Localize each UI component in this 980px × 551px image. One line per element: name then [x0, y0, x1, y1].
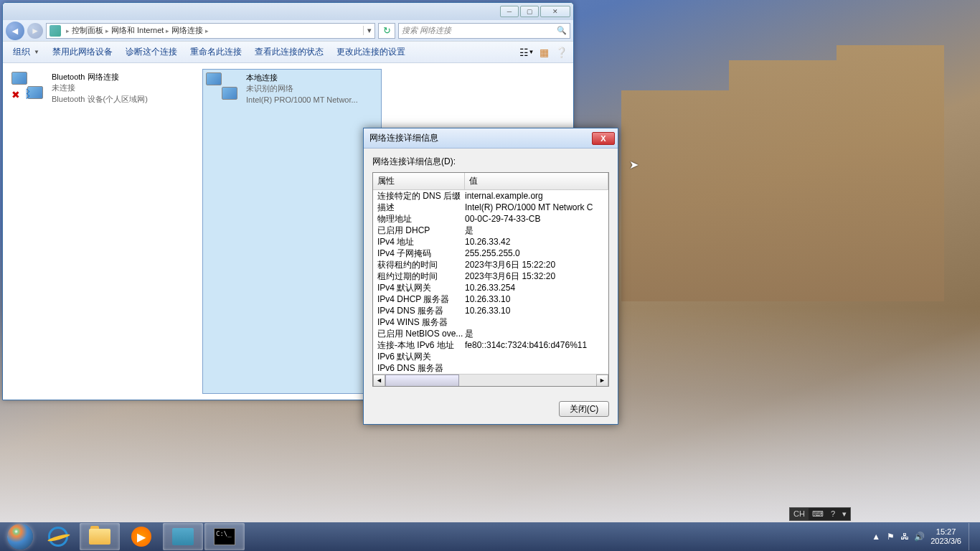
disabled-overlay-icon: ✖: [11, 89, 20, 100]
forward-button[interactable]: ►: [27, 23, 43, 39]
tray-expand-icon[interactable]: ▲: [870, 531, 882, 542]
dialog-close-button[interactable]: X: [592, 132, 615, 145]
detail-row[interactable]: IPv4 子网掩码255.255.255.0: [373, 248, 608, 259]
property-cell: 连接特定的 DNS 后缀: [373, 190, 465, 202]
value-cell: 10.26.33.10: [465, 305, 608, 316]
value-cell: [465, 351, 608, 362]
detail-row[interactable]: IPv6 默认网关: [373, 351, 608, 362]
taskbar-app[interactable]: [163, 523, 203, 550]
clock-time: 15:27: [930, 527, 961, 537]
horizontal-scrollbar[interactable]: ◄ ►: [373, 374, 608, 386]
detail-row[interactable]: 连接-本地 IPv6 地址fe80::314c:7324:b416:d476%1…: [373, 339, 608, 351]
input-language[interactable]: CH: [790, 508, 809, 520]
detail-row[interactable]: 租约过期的时间2023年3月6日 15:32:20: [373, 270, 608, 282]
property-cell: IPv6 DNS 服务器: [373, 362, 465, 374]
clock[interactable]: 15:27 2023/3/6: [930, 527, 961, 546]
value-cell: 255.255.255.0: [465, 248, 608, 259]
detail-row[interactable]: 物理地址00-0C-29-74-33-CB: [373, 213, 608, 225]
bluetooth-overlay-icon: ᛒ: [24, 88, 32, 100]
close-button[interactable]: ✕: [540, 6, 570, 17]
value-cell: 10.26.33.42: [465, 236, 608, 248]
property-cell: IPv4 子网掩码: [373, 248, 465, 259]
taskbar-mediaplayer[interactable]: ▶: [121, 523, 161, 550]
ime-mode-icon[interactable]: ⌨: [809, 508, 827, 520]
breadcrumb-item[interactable]: 网络和 Internet: [111, 25, 164, 36]
list-header[interactable]: 属性 值: [373, 173, 608, 190]
windows-orb-icon: [7, 524, 33, 550]
connection-bluetooth[interactable]: ✖ ᛒ Bluetooth 网络连接 未连接 Bluetooth 设备(个人区域…: [9, 69, 188, 394]
detail-row[interactable]: IPv6 DNS 服务器: [373, 362, 608, 374]
action-center-icon[interactable]: ⚑: [885, 531, 896, 542]
change-settings-button[interactable]: 更改此连接的设置: [331, 43, 411, 61]
value-cell: Intel(R) PRO/1000 MT Network C: [465, 202, 608, 213]
detail-row[interactable]: 已启用 NetBIOS ove...是: [373, 328, 608, 339]
scroll-thumb[interactable]: [385, 375, 459, 387]
disable-device-button[interactable]: 禁用此网络设备: [47, 43, 118, 61]
property-cell: 租约过期的时间: [373, 270, 465, 282]
detail-row[interactable]: 连接特定的 DNS 后缀internal.example.org: [373, 190, 608, 202]
app-icon: [172, 528, 194, 545]
detail-row[interactable]: IPv4 WINS 服务器: [373, 316, 608, 328]
column-property[interactable]: 属性: [373, 173, 465, 189]
refresh-button[interactable]: ↻: [378, 23, 395, 39]
scroll-track[interactable]: [385, 375, 596, 387]
mediaplayer-icon: ▶: [131, 527, 151, 547]
breadcrumb-item[interactable]: 网络连接: [171, 25, 203, 36]
property-cell: IPv6 默认网关: [373, 351, 465, 362]
detail-row[interactable]: IPv4 地址10.26.33.42: [373, 236, 608, 248]
search-placeholder: 搜索 网络连接: [402, 25, 451, 36]
rename-button[interactable]: 重命名此连接: [184, 43, 248, 61]
taskbar-cmd[interactable]: C:\_: [204, 523, 245, 550]
scroll-left-button[interactable]: ◄: [373, 375, 385, 387]
preview-pane-icon[interactable]: ▦: [536, 44, 552, 60]
view-status-button[interactable]: 查看此连接的状态: [249, 43, 329, 61]
value-cell: fe80::314c:7324:b416:d476%11: [465, 339, 608, 351]
help-icon[interactable]: ❔: [553, 44, 569, 60]
taskbar-ie[interactable]: [38, 523, 78, 550]
property-cell: IPv4 默认网关: [373, 282, 465, 293]
network-details-dialog: 网络连接详细信息 X 网络连接详细信息(D): 属性 值 连接特定的 DNS 后…: [363, 128, 618, 425]
taskbar-explorer[interactable]: [80, 523, 120, 550]
dialog-titlebar[interactable]: 网络连接详细信息 X: [364, 128, 618, 149]
diagnose-button[interactable]: 诊断这个连接: [120, 43, 183, 61]
property-cell: IPv4 WINS 服务器: [373, 316, 465, 328]
volume-icon[interactable]: 🔊: [913, 531, 925, 542]
scroll-right-button[interactable]: ►: [596, 375, 608, 387]
detail-row[interactable]: IPv4 DHCP 服务器10.26.33.10: [373, 293, 608, 305]
language-indicator[interactable]: CH ⌨ ? ▾: [789, 507, 851, 521]
search-icon[interactable]: 🔍: [557, 26, 567, 35]
back-button[interactable]: ◄: [6, 22, 24, 40]
detail-row[interactable]: 获得租约的时间2023年3月6日 15:22:20: [373, 259, 608, 270]
value-cell: [465, 316, 608, 328]
address-dropdown[interactable]: ▾: [363, 26, 374, 35]
organize-menu[interactable]: 组织▼: [7, 43, 45, 61]
connection-icon: ✖ ᛒ: [11, 72, 46, 100]
value-cell: internal.example.org: [465, 190, 608, 202]
maximize-button[interactable]: ▢: [520, 6, 539, 17]
property-cell: 描述: [373, 202, 465, 213]
show-desktop-button[interactable]: [969, 523, 974, 550]
taskbar: ▶ C:\_ ▲ ⚑ 🖧 🔊 15:27 2023/3/6: [0, 522, 980, 551]
value-cell: 是: [465, 328, 608, 339]
minimize-button[interactable]: ─: [500, 6, 519, 17]
network-tray-icon[interactable]: 🖧: [899, 531, 910, 542]
column-value[interactable]: 值: [465, 173, 608, 189]
ime-help-icon[interactable]: ?: [827, 508, 839, 520]
ime-options-icon[interactable]: ▾: [839, 508, 850, 520]
start-button[interactable]: [3, 523, 37, 550]
search-input[interactable]: 搜索 网络连接 🔍: [398, 23, 570, 39]
connection-local[interactable]: 本地连接 未识别的网络 Intel(R) PRO/1000 MT Networ.…: [202, 69, 382, 394]
window-titlebar[interactable]: ─ ▢ ✕: [3, 3, 573, 20]
detail-row[interactable]: 描述Intel(R) PRO/1000 MT Network C: [373, 202, 608, 213]
close-button[interactable]: 关闭(C): [559, 401, 609, 417]
detail-row[interactable]: IPv4 DNS 服务器10.26.33.10: [373, 305, 608, 316]
detail-row[interactable]: 已启用 DHCP是: [373, 225, 608, 236]
property-cell: 物理地址: [373, 213, 465, 225]
breadcrumb-item[interactable]: 控制面板: [72, 25, 103, 36]
view-options-icon[interactable]: ☷▼: [519, 44, 534, 60]
property-cell: 已启用 NetBIOS ove...: [373, 328, 465, 339]
connection-icon: [206, 72, 240, 101]
address-bar[interactable]: ▸ 控制面板 ▸ 网络和 Internet ▸ 网络连接 ▸ ▾: [46, 23, 375, 39]
detail-row[interactable]: IPv4 默认网关10.26.33.254: [373, 282, 608, 293]
details-listview[interactable]: 属性 值 连接特定的 DNS 后缀internal.example.org描述I…: [372, 172, 609, 387]
